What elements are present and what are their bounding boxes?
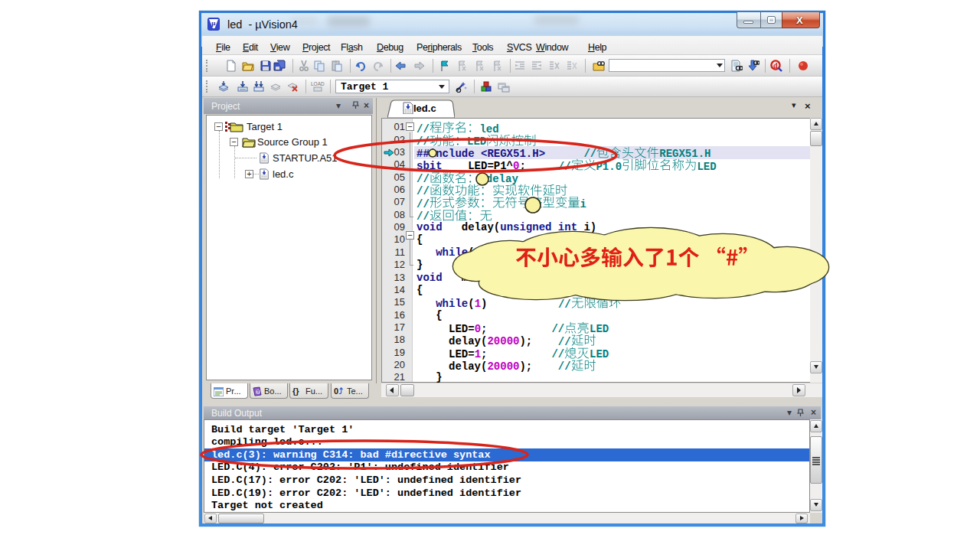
svg-text:LOAD: LOAD xyxy=(311,81,325,86)
svg-text:µ: µ xyxy=(211,19,216,27)
svg-text:d: d xyxy=(773,61,778,70)
